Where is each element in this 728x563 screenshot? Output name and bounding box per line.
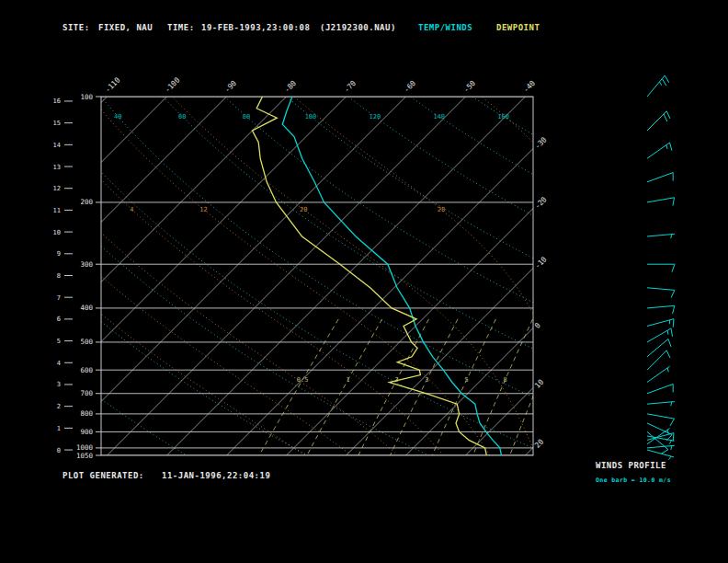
svg-text:-40: -40	[522, 79, 538, 95]
svg-text:160: 160	[497, 113, 509, 121]
svg-text:-20: -20	[533, 195, 549, 211]
svg-text:4: 4	[57, 360, 61, 367]
svg-text:36: 36	[575, 206, 583, 213]
svg-text:8: 8	[57, 272, 61, 280]
svg-text:-12: -12	[27, 206, 39, 213]
svg-text:400: 400	[80, 304, 93, 312]
time-value: 19-FEB-1993,23:00:08	[201, 23, 310, 32]
svg-text:13: 13	[53, 164, 61, 171]
svg-text:5: 5	[57, 338, 61, 345]
svg-text:-60: -60	[403, 79, 418, 95]
svg-text:3: 3	[57, 381, 61, 388]
svg-text:1: 1	[346, 376, 349, 384]
svg-text:0: 0	[57, 447, 61, 454]
svg-text:3: 3	[425, 376, 428, 384]
svg-text:-10: -10	[533, 255, 549, 270]
svg-text:900: 900	[80, 428, 93, 436]
svg-text:9: 9	[57, 250, 61, 258]
svg-text:-4: -4	[74, 206, 81, 213]
svg-text:11: 11	[53, 207, 61, 214]
svg-text:2: 2	[57, 403, 61, 410]
svg-text:5: 5	[465, 376, 469, 384]
svg-text:-100: -100	[164, 75, 182, 94]
winds-profile-title: WINDS PROFILE	[596, 461, 666, 470]
plot-generated-value: 11-JAN-1996,22:04:19	[162, 471, 270, 480]
svg-text:1050: 1050	[76, 452, 94, 460]
winds-profile-subtitle: One barb = 10.0 m/s	[596, 477, 671, 484]
svg-text:12: 12	[53, 185, 61, 192]
svg-text:15: 15	[53, 120, 61, 127]
site-label: SITE:	[63, 23, 90, 32]
svg-text:-20: -20	[0, 206, 1, 213]
svg-text:140: 140	[433, 113, 445, 121]
svg-text:-110: -110	[104, 75, 122, 94]
svg-text:8: 8	[503, 376, 506, 384]
svg-text:800: 800	[80, 409, 93, 418]
svg-text:20: 20	[300, 206, 307, 213]
svg-text:-80: -80	[283, 79, 299, 95]
svg-text:500: 500	[80, 338, 93, 346]
svg-text:-90: -90	[223, 79, 239, 95]
time-label: TIME:	[167, 23, 195, 32]
svg-text:10: 10	[53, 229, 61, 236]
svg-text:7: 7	[57, 294, 61, 302]
legend-dewpoint: DEWPOINT	[496, 23, 540, 32]
file-id: (J2192300.NAU)	[320, 23, 396, 32]
svg-text:-70: -70	[343, 79, 358, 95]
site-value: FIXED, NAU	[98, 23, 153, 32]
svg-text:14: 14	[53, 142, 61, 149]
svg-text:80: 80	[243, 113, 250, 121]
svg-text:100: 100	[305, 113, 317, 121]
svg-text:700: 700	[80, 389, 93, 397]
svg-text:1: 1	[57, 425, 61, 432]
svg-text:600: 600	[80, 366, 93, 374]
svg-text:40: 40	[114, 113, 121, 121]
svg-text:10: 10	[533, 378, 545, 390]
svg-text:20: 20	[533, 438, 545, 450]
skewt-plot-screen: 406080100120140160-20-12-44122028360.512…	[0, 0, 728, 563]
svg-text:16: 16	[53, 98, 61, 105]
svg-text:0.5: 0.5	[297, 376, 309, 384]
svg-text:300: 300	[80, 260, 93, 269]
svg-text:-30: -30	[533, 135, 549, 151]
svg-text:120: 120	[370, 113, 381, 121]
svg-text:6: 6	[57, 316, 61, 323]
svg-text:60: 60	[178, 113, 186, 121]
svg-text:4: 4	[130, 206, 133, 213]
legend-temp-winds: TEMP/WINDS	[418, 23, 472, 32]
svg-text:20: 20	[582, 376, 589, 384]
svg-text:-50: -50	[462, 79, 478, 95]
svg-text:200: 200	[80, 198, 93, 206]
svg-text:100: 100	[80, 93, 93, 101]
svg-text:12: 12	[199, 206, 207, 213]
plot-generated-label: PLOT GENERATED:	[63, 471, 144, 480]
svg-text:28: 28	[438, 206, 445, 213]
svg-text:0: 0	[533, 321, 542, 330]
